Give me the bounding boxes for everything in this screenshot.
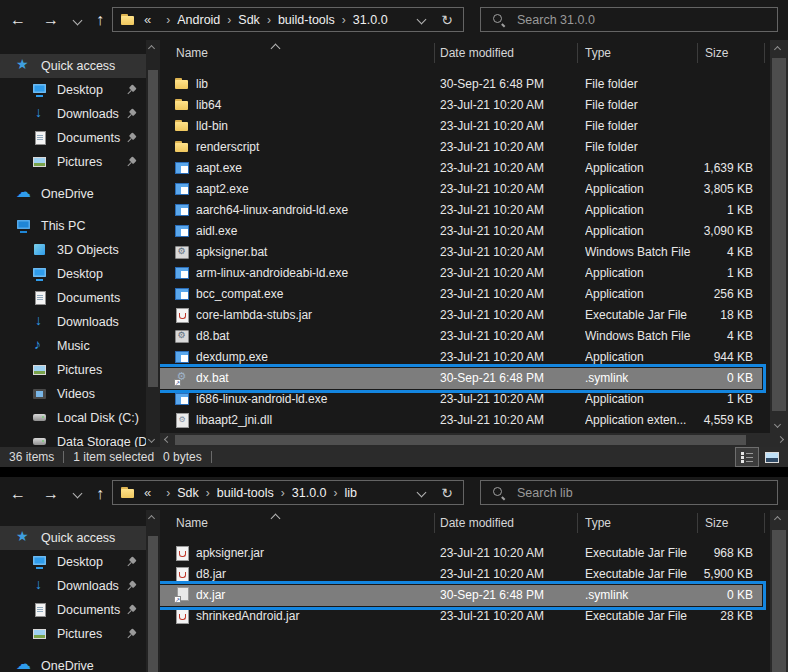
column-header-name[interactable]: Name — [176, 510, 426, 536]
file-row[interactable]: d8.jar 23-Jul-21 10:20 AM Executable Jar… — [160, 564, 762, 585]
sidebar-item-onedrive[interactable]: OneDrive — [0, 182, 146, 206]
sidebar-item-desktop[interactable]: Desktop — [0, 262, 146, 286]
sidebar-item-desktop-pinned[interactable]: Desktop — [0, 550, 146, 574]
column-header-type[interactable]: Type — [585, 510, 685, 536]
file-row[interactable]: arm-linux-androideabi-ld.exe 23-Jul-21 1… — [160, 263, 762, 284]
breadcrumb-item[interactable]: 31.0.0 — [353, 13, 388, 27]
breadcrumb-item[interactable]: Sdk — [238, 13, 260, 27]
breadcrumb-item[interactable]: Sdk — [177, 486, 199, 500]
recent-locations-button[interactable] — [74, 488, 81, 499]
sidebar-item-quick-access[interactable]: Quick access — [0, 54, 146, 78]
breadcrumb-item[interactable]: build-tools — [217, 486, 274, 500]
search-box[interactable] — [480, 480, 778, 505]
column-header-name[interactable]: Name — [176, 40, 426, 66]
up-button[interactable]: ↑ — [94, 12, 106, 28]
search-input[interactable] — [515, 12, 777, 28]
column-divider[interactable] — [697, 43, 698, 63]
sidebar-item-data-storage-d[interactable]: Data Storage (D:) — [0, 430, 146, 447]
back-button[interactable]: ← — [8, 486, 28, 502]
file-row[interactable]: lib 30-Sep-21 6:48 PM File folder — [160, 74, 762, 95]
file-row[interactable]: aarch64-linux-android-ld.exe 23-Jul-21 1… — [160, 200, 762, 221]
breadcrumb-overflow-icon[interactable]: « — [144, 485, 151, 500]
scroll-up-icon[interactable] — [774, 516, 781, 523]
column-header-type[interactable]: Type — [585, 40, 685, 66]
file-row[interactable]: dx.jar 30-Sep-21 6:48 PM .symlink 0 KB — [160, 585, 762, 606]
file-row[interactable]: dexdump.exe 23-Jul-21 10:20 AM Applicati… — [160, 347, 762, 368]
column-header-size[interactable]: Size — [705, 510, 760, 536]
file-row[interactable]: lib64 23-Jul-21 10:20 AM File folder — [160, 95, 762, 116]
file-row[interactable]: i686-linux-android-ld.exe 23-Jul-21 10:2… — [160, 389, 762, 410]
recent-locations-button[interactable] — [74, 15, 81, 26]
file-row[interactable]: aidl.exe 23-Jul-21 10:20 AM Application … — [160, 221, 762, 242]
details-view-button[interactable] — [736, 448, 758, 466]
column-divider[interactable] — [697, 513, 698, 533]
vertical-scrollbar[interactable] — [770, 510, 788, 672]
column-divider[interactable] — [434, 513, 435, 533]
sidebar-item-local-disk-c[interactable]: Local Disk (C:) — [0, 406, 146, 430]
sidebar-scrollbar-thumb[interactable] — [148, 536, 158, 672]
vertical-scrollbar-thumb[interactable] — [772, 58, 786, 411]
forward-button[interactable]: → — [41, 486, 61, 502]
column-divider[interactable] — [764, 513, 765, 533]
file-row[interactable]: core-lambda-stubs.jar 23-Jul-21 10:20 AM… — [160, 305, 762, 326]
file-row[interactable]: d8.bat 23-Jul-21 10:20 AM Windows Batch … — [160, 326, 762, 347]
file-row[interactable]: libaapt2_jni.dll 23-Jul-21 10:20 AM Appl… — [160, 410, 762, 431]
sidebar-item-documents[interactable]: Documents — [0, 286, 146, 310]
file-row[interactable]: bcc_compat.exe 23-Jul-21 10:20 AM Applic… — [160, 284, 762, 305]
vertical-scrollbar-thumb[interactable] — [772, 530, 786, 672]
file-row[interactable]: aapt.exe 23-Jul-21 10:20 AM Application … — [160, 158, 762, 179]
refresh-button[interactable]: ↻ — [441, 13, 453, 27]
search-box[interactable] — [480, 7, 778, 32]
scroll-left-icon[interactable] — [164, 436, 171, 443]
column-header-date-modified[interactable]: Date modified — [440, 510, 570, 536]
scroll-up-icon[interactable] — [148, 515, 155, 522]
address-bar[interactable]: « › Android › Sdk — [112, 7, 464, 32]
sidebar-scrollbar-thumb[interactable] — [148, 70, 158, 387]
scroll-down-icon[interactable] — [774, 421, 781, 428]
column-divider[interactable] — [764, 43, 765, 63]
address-dropdown-button[interactable] — [418, 487, 425, 498]
breadcrumb-item[interactable]: 31.0.0 — [292, 486, 327, 500]
sidebar-item-pictures[interactable]: Pictures — [0, 358, 146, 382]
sidebar-item-music[interactable]: Music — [0, 334, 146, 358]
sidebar-item-documents-pinned[interactable]: Documents — [0, 126, 146, 150]
address-dropdown-button[interactable] — [418, 14, 425, 25]
breadcrumb-item[interactable]: lib — [345, 486, 358, 500]
file-row[interactable]: renderscript 23-Jul-21 10:20 AM File fol… — [160, 137, 762, 158]
up-button[interactable]: ↑ — [94, 486, 106, 502]
column-divider[interactable] — [434, 43, 435, 63]
file-row[interactable]: apksigner.bat 23-Jul-21 10:20 AM Windows… — [160, 242, 762, 263]
horizontal-scrollbar-thumb[interactable] — [175, 435, 746, 445]
scroll-up-icon[interactable] — [774, 46, 781, 53]
scroll-right-icon[interactable] — [777, 436, 784, 443]
breadcrumb-item[interactable]: Android — [177, 13, 220, 27]
sidebar-item-downloads-pinned[interactable]: Downloads — [0, 102, 146, 126]
file-row[interactable]: dx.bat 30-Sep-21 6:48 PM .symlink 0 KB — [160, 368, 762, 389]
breadcrumb-overflow-icon[interactable]: « — [144, 12, 151, 27]
sidebar-item-desktop-pinned[interactable]: Desktop — [0, 78, 146, 102]
horizontal-scrollbar[interactable] — [160, 433, 788, 447]
column-divider[interactable] — [577, 43, 578, 63]
file-row[interactable]: apksigner.jar 23-Jul-21 10:20 AM Executa… — [160, 543, 762, 564]
scroll-up-icon[interactable] — [148, 45, 155, 52]
sidebar-item-quick-access[interactable]: Quick access — [0, 526, 146, 550]
sidebar-item-onedrive[interactable]: OneDrive — [0, 654, 146, 672]
file-row[interactable]: aapt2.exe 23-Jul-21 10:20 AM Application… — [160, 179, 762, 200]
sidebar-item-3d-objects[interactable]: 3D Objects — [0, 238, 146, 262]
search-input[interactable] — [515, 485, 777, 501]
file-row[interactable]: lld-bin 23-Jul-21 10:20 AM File folder — [160, 116, 762, 137]
sidebar-item-downloads-pinned[interactable]: Downloads — [0, 574, 146, 598]
sidebar-item-pictures-pinned[interactable]: Pictures — [0, 150, 146, 174]
sidebar-scrollbar[interactable] — [146, 40, 160, 447]
sidebar-item-this-pc[interactable]: This PC — [0, 214, 146, 238]
vertical-scrollbar[interactable] — [770, 40, 788, 433]
sidebar-item-documents-pinned[interactable]: Documents — [0, 598, 146, 622]
column-divider[interactable] — [577, 513, 578, 533]
back-button[interactable]: ← — [8, 12, 28, 28]
scroll-down-icon[interactable] — [148, 436, 155, 443]
breadcrumb-item[interactable]: build-tools — [278, 13, 335, 27]
sidebar-item-pictures-pinned[interactable]: Pictures — [0, 622, 146, 646]
column-header-date-modified[interactable]: Date modified — [440, 40, 570, 66]
address-bar[interactable]: « › Sdk › build-tools — [112, 480, 464, 505]
file-row[interactable]: shrinkedAndroid.jar 23-Jul-21 10:20 AM E… — [160, 606, 762, 627]
